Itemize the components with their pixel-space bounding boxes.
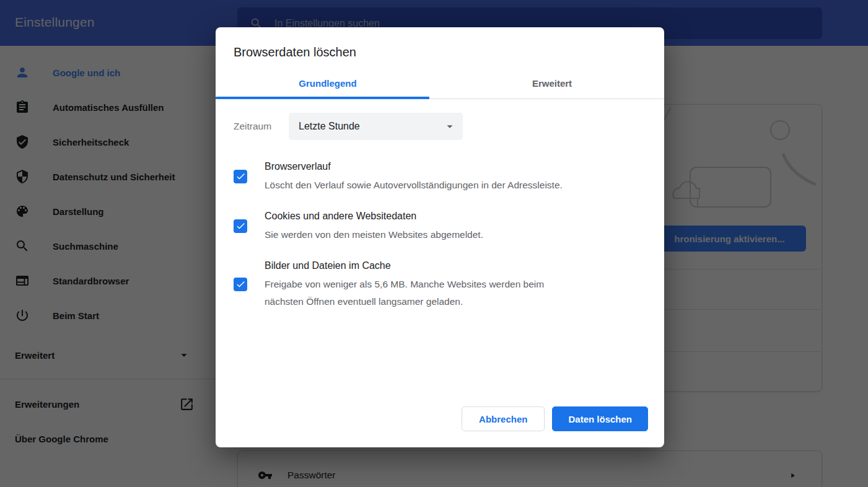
- item-description: Freigabe von weniger als 5,6 MB. Manche …: [265, 276, 544, 310]
- cookies-checkbox[interactable]: [234, 219, 247, 233]
- cancel-button[interactable]: Abbrechen: [462, 406, 545, 431]
- list-item-cached-files: Bilder und Dateien im Cache Freigabe von…: [234, 258, 646, 310]
- item-description: Sie werden von den meisten Websites abge…: [265, 226, 483, 244]
- time-range-value: Letzte Stunde: [299, 121, 360, 132]
- data-type-list: Browserverlauf Löscht den Verlauf sowie …: [234, 159, 646, 310]
- chrome-settings-page: Einstellungen In Einstellungen suchen Go…: [0, 0, 868, 487]
- tab-basic[interactable]: Grundlegend: [216, 68, 440, 99]
- dialog-tabs: Grundlegend Erweitert: [216, 68, 664, 99]
- item-label: Cookies und andere Websitedaten: [265, 208, 483, 224]
- list-item-browsing-history: Browserverlauf Löscht den Verlauf sowie …: [234, 159, 646, 194]
- dialog-buttons: Abbrechen Daten löschen: [462, 406, 648, 431]
- check-icon: [235, 171, 246, 182]
- dialog-body: Zeitraum Letzte Stunde Browserverlauf Lö…: [216, 113, 664, 310]
- item-description: Löscht den Verlauf sowie Autovervollstän…: [265, 177, 563, 194]
- item-label: Bilder und Dateien im Cache: [265, 258, 544, 273]
- tab-advanced[interactable]: Erweitert: [440, 68, 664, 99]
- item-label: Browserverlauf: [265, 159, 563, 174]
- check-icon: [235, 221, 246, 231]
- dialog-title: Browserdaten löschen: [234, 43, 646, 61]
- active-tab-underline: [216, 97, 429, 99]
- clear-data-button[interactable]: Daten löschen: [552, 406, 648, 431]
- browsing-history-checkbox[interactable]: [234, 170, 247, 183]
- time-range-select[interactable]: Letzte Stunde: [289, 113, 463, 140]
- check-icon: [235, 279, 246, 289]
- time-range-row: Zeitraum Letzte Stunde: [234, 113, 646, 140]
- time-range-label: Zeitraum: [234, 121, 289, 132]
- clear-browsing-data-dialog: Browserdaten löschen Grundlegend Erweite…: [216, 27, 664, 447]
- cached-files-checkbox[interactable]: [234, 278, 247, 291]
- dropdown-arrow-icon: [443, 120, 457, 133]
- list-item-cookies: Cookies und andere Websitedaten Sie werd…: [234, 208, 646, 244]
